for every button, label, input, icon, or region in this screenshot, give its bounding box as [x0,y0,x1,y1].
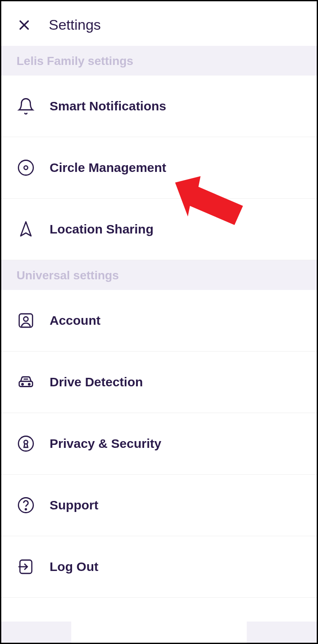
settings-item-privacy-security[interactable]: Privacy & Security [1,413,317,475]
settings-item-smart-notifications[interactable]: Smart Notifications [1,76,317,137]
question-icon [17,496,35,515]
bell-icon [17,97,35,115]
close-button[interactable] [17,17,32,33]
logout-icon [17,557,35,576]
item-label: Drive Detection [50,375,143,389]
page-title: Settings [49,17,101,33]
nav-arrow-icon [17,220,35,239]
car-icon [17,373,35,391]
item-label: Account [50,313,100,328]
circle-icon [17,158,35,177]
settings-item-support[interactable]: Support [1,475,317,536]
keyhole-icon [17,434,35,453]
close-icon [18,19,30,31]
svg-rect-4 [19,314,33,327]
section-header-family: Lelis Family settings [1,46,317,76]
svg-point-7 [22,384,23,385]
svg-point-13 [25,509,27,510]
item-label: Smart Notifications [50,99,166,113]
section-header-universal: Universal settings [1,260,317,290]
settings-item-circle-management[interactable]: Circle Management [1,137,317,199]
svg-point-3 [24,166,28,170]
settings-item-log-out[interactable]: Log Out [1,536,317,598]
svg-point-5 [24,317,28,321]
item-label: Circle Management [50,160,166,175]
svg-point-11 [24,440,28,444]
settings-item-location-sharing[interactable]: Location Sharing [1,199,317,260]
header: Settings [1,1,317,46]
bottom-bar [1,622,317,643]
account-icon [17,311,35,330]
svg-point-8 [28,384,30,385]
item-label: Support [50,498,98,512]
settings-item-drive-detection[interactable]: Drive Detection [1,352,317,413]
item-label: Log Out [50,560,98,574]
svg-point-2 [19,160,33,175]
item-label: Privacy & Security [50,436,161,451]
item-label: Location Sharing [50,222,153,236]
svg-rect-6 [19,381,33,386]
settings-item-account[interactable]: Account [1,290,317,352]
